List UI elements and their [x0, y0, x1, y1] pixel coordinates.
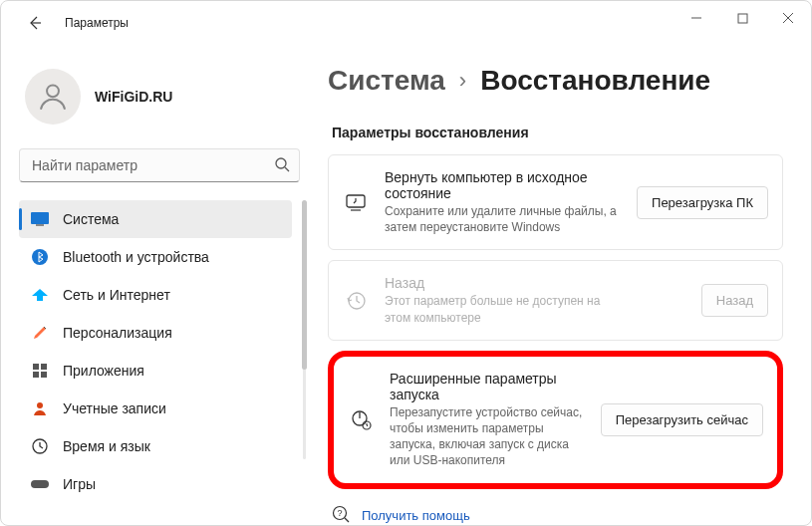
svg-point-1: [47, 85, 59, 97]
main-content: Система › Восстановление Параметры восст…: [308, 45, 811, 525]
sidebar-item-label: Система: [63, 211, 119, 227]
sidebar-item-label: Игры: [63, 476, 96, 492]
card-title: Расширенные параметры запуска: [390, 371, 585, 402]
maximize-button[interactable]: [719, 1, 765, 35]
close-button[interactable]: [765, 1, 811, 35]
sidebar-item-bluetooth[interactable]: Bluetooth и устройства: [19, 238, 292, 276]
help-icon: ?: [332, 505, 350, 526]
sidebar-item-network[interactable]: Сеть и Интернет: [19, 276, 292, 314]
window-controls: [674, 1, 811, 35]
back-button[interactable]: [19, 7, 51, 39]
sidebar-item-time[interactable]: Время и язык: [19, 427, 292, 465]
svg-rect-3: [31, 212, 49, 224]
user-name: WiFiGiD.RU: [95, 89, 172, 105]
card-title: Вернуть компьютер в исходное состояние: [385, 169, 621, 201]
reset-pc-button[interactable]: Перезагрузка ПК: [637, 186, 768, 219]
user-row[interactable]: WiFiGiD.RU: [19, 55, 308, 146]
go-back-button: Назад: [701, 284, 768, 317]
svg-rect-8: [33, 372, 39, 378]
search-input[interactable]: [19, 148, 300, 182]
annotation-highlight: Расширенные параметры запуска Перезапуст…: [328, 351, 783, 489]
avatar: [25, 69, 81, 125]
settings-window: Параметры WiFiGiD.RU: [0, 0, 812, 526]
svg-point-10: [37, 402, 43, 408]
sidebar-item-label: Bluetooth и устройства: [63, 249, 209, 265]
chevron-right-icon: ›: [459, 68, 466, 94]
search-icon: [274, 156, 290, 176]
window-title: Параметры: [65, 16, 129, 30]
sidebar: WiFiGiD.RU Система Bluetooth и устройств…: [1, 45, 308, 525]
sidebar-item-apps[interactable]: Приложения: [19, 352, 292, 390]
breadcrumb-parent[interactable]: Система: [328, 65, 445, 97]
card-desc: Перезапустите устройство сейчас, чтобы и…: [390, 404, 585, 469]
power-settings-icon: [348, 408, 374, 430]
svg-rect-6: [33, 364, 39, 370]
card-go-back: Назад Этот параметр больше не доступен н…: [328, 260, 783, 340]
accounts-icon: [31, 399, 49, 417]
clock-icon: [31, 437, 49, 455]
help-row[interactable]: ? Получить помощь: [328, 505, 783, 526]
card-title: Назад: [385, 275, 685, 291]
wifi-icon: [31, 286, 49, 304]
sidebar-item-personalization[interactable]: Персонализация: [19, 314, 292, 352]
breadcrumb: Система › Восстановление: [328, 65, 783, 97]
arrow-left-icon: [27, 15, 43, 31]
close-icon: [782, 12, 794, 24]
bluetooth-icon: [31, 248, 49, 266]
svg-rect-0: [738, 14, 747, 23]
maximize-icon: [737, 13, 748, 24]
sidebar-item-label: Сеть и Интернет: [63, 287, 170, 303]
sidebar-item-label: Время и язык: [63, 438, 150, 454]
sidebar-item-games[interactable]: Игры: [19, 465, 292, 503]
nav-scrollbar-thumb[interactable]: [302, 200, 307, 370]
svg-text:?: ?: [337, 508, 342, 518]
restart-now-button[interactable]: Перезагрузить сейчас: [601, 403, 763, 436]
minimize-icon: [690, 12, 702, 24]
svg-rect-7: [41, 364, 47, 370]
titlebar: Параметры: [1, 1, 811, 45]
section-title: Параметры восстановления: [332, 125, 783, 140]
sidebar-item-label: Персонализация: [63, 325, 172, 341]
sidebar-item-label: Учетные записи: [63, 400, 166, 416]
minimize-button[interactable]: [674, 1, 719, 35]
apps-icon: [31, 362, 49, 380]
nav-list: Система Bluetooth и устройства Сеть и Ин…: [19, 200, 308, 525]
svg-rect-12: [31, 480, 49, 488]
games-icon: [31, 475, 49, 493]
reset-icon: [343, 192, 369, 212]
sidebar-item-system[interactable]: Система: [19, 200, 292, 238]
card-desc: Сохраните или удалите личные файлы, а за…: [385, 203, 621, 235]
person-icon: [36, 80, 70, 114]
svg-rect-9: [41, 372, 47, 378]
breadcrumb-current: Восстановление: [480, 65, 710, 97]
card-reset-pc: Вернуть компьютер в исходное состояние С…: [328, 154, 783, 250]
help-link[interactable]: Получить помощь: [362, 508, 470, 523]
card-advanced-startup: Расширенные параметры запуска Перезапуст…: [344, 367, 767, 473]
sidebar-item-label: Приложения: [63, 363, 144, 379]
svg-rect-4: [36, 224, 44, 226]
search-wrap: [19, 148, 300, 182]
display-icon: [31, 210, 49, 228]
svg-point-2: [276, 158, 286, 168]
sidebar-item-accounts[interactable]: Учетные записи: [19, 390, 292, 427]
card-desc: Этот параметр больше не доступен на этом…: [385, 293, 624, 325]
history-icon: [343, 290, 369, 312]
brush-icon: [31, 324, 49, 342]
